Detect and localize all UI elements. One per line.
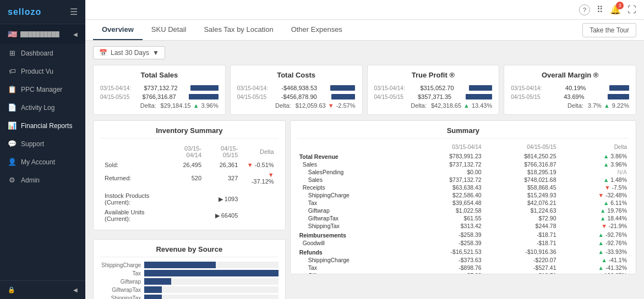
sidebar-item-ppc-manager[interactable]: 📋PPC Manager [0,80,85,98]
summary-card-3: Overall Margin ® 03/15-04/14: 40.19% 04/… [504,65,636,115]
bar-0-1 [190,85,219,91]
revenue-bar-label: GiftwrapTax [100,287,144,293]
screen-icon[interactable]: ⛶ [627,5,636,15]
revenue-bar-fill [144,278,171,285]
card-delta-2: Delta: $42,318.65 ▲ 13.43% [374,102,493,109]
sum-col3: Delta [559,143,629,151]
bar-2-1 [469,85,492,91]
summary-table: 03/15-04/14 04/15-05/15 Delta Total Reve… [297,143,629,274]
sidebar-item-activity-log[interactable]: 📄Activity Log [0,98,85,117]
tab-sales-tax-by-location[interactable]: Sales Tax by Location [195,20,282,40]
sidebar-nav: ⊞Dashboard🏷Product Vu📋PPC Manager📄Activi… [0,44,85,280]
revenue-bar-label: Tax [100,270,144,276]
nav-icon-ppc-manager: 📋 [8,85,17,93]
revenue-bar-row: ShippingTax [100,295,279,299]
card-row1-2: 03/15-04/14: $315,052.70 [374,85,493,91]
revenue-bar-track [144,270,279,276]
nav-icon-product-vu: 🏷 [8,67,17,75]
sum-row: SalesPending $0.00 $18,295.19 N/A [297,168,629,176]
topbar: ? ⠿ 🔔 3 ⛶ [85,0,644,20]
bar-3-2 [608,94,629,99]
sidebar-item-support[interactable]: 💬Support [0,135,85,153]
help-icon[interactable]: ? [579,4,590,15]
tab-sku-detail[interactable]: SKU Detail [143,20,195,40]
sidebar-user: 🇺🇸 ██████████ ◀ [0,24,85,44]
summary-card-1: Total Costs 03/15-04/14: -$468,938.53 04… [230,65,363,115]
sum-row: Sales $737,132.72 $766,316.87 ▲ 3.96% [297,160,629,168]
sum-row: ShippingCharge -$373.63 -$220.07 ▲ -41.1… [297,256,629,264]
revenue-bar-label: ShippingTax [100,295,144,300]
chevron-down-icon: ▼ [152,49,159,57]
lock-icon: 🔒 [8,286,15,294]
revenue-bar-row: Giftwrap [100,278,279,285]
sidebar-item-my-account[interactable]: 👤My Account [0,153,85,171]
nav-label-dashboard: Dashboard [21,49,53,57]
sidebar-expand-icon[interactable]: ◀ [73,287,78,293]
sidebar-collapse-icon[interactable]: ◀ [73,31,78,37]
tabs-bar: OverviewSKU DetailSales Tax by LocationO… [85,20,644,41]
nav-icon-dashboard: ⊞ [8,49,17,57]
sum-row: Sales $737,132.72 $748,021.68 ▲ 1.48% [297,176,629,184]
nav-label-financial-reports: Financial Reports [21,122,72,130]
nav-label-activity-log: Activity Log [21,104,54,112]
sum-row: ShippingCharge $22,586.40 $15,249.93 ▼ -… [297,191,629,199]
sidebar-bottom: 🔒 ◀ [0,280,85,299]
user-flag: 🇺🇸 [8,30,17,38]
revenue-bar-row: Tax [100,270,279,276]
sidebar-item-dashboard[interactable]: ⊞Dashboard [0,44,85,62]
grid-menu-icon[interactable]: ⠿ [597,4,603,15]
summary-title: Summary [297,126,629,139]
nav-label-ppc-manager: PPC Manager [21,86,62,93]
calendar-icon: 📅 [99,49,107,57]
tab-overview[interactable]: Overview [93,20,143,40]
card-title-1: Total Costs [237,71,356,79]
sum-row: Reimbursements -$258.39 -$18.71 ▲ -92.76… [297,230,629,239]
inv-row: Returned: 520 327 ▼ -37.12% [101,170,277,186]
nav-icon-activity-log: 📄 [8,103,17,112]
lower-section: Inventory Summary 03/15-04/14 04/15-05/1… [93,120,636,299]
sidebar-item-financial-reports[interactable]: 📊Financial Reports [0,117,85,135]
sum-row: Refunds -$16,521.53 -$10,916.36 ▲ -33.93… [297,247,629,256]
hamburger-icon[interactable]: ☰ [70,7,78,17]
card-row2-3: 04/15-05/15 43.69% [511,93,629,100]
inv-col3: Delta [242,144,277,159]
revenue-bar-track [144,295,279,299]
inv-col-label [101,144,168,159]
card-row2-0: 04/15-05/15 $766,316.87 [100,93,219,100]
inv-col2: 04/15-05/15 [206,144,241,159]
revenue-panel: Revenue by Source ShippingCharge Tax Gif… [93,239,286,299]
inv-row: Sold: 26,495 26,361 ▼ -0.51% [101,160,277,169]
notification-count: 3 [616,2,624,9]
sum-row: ShippingTax $313.42 $244.78 ▼ -21.9% [297,222,629,230]
sidebar-item-product-vu[interactable]: 🏷Product Vu [0,62,85,80]
date-filter[interactable]: 📅 Last 30 Days ▼ [93,46,165,59]
card-row2-1: 04/15-05/15 -$456,878.90 [237,93,356,100]
card-row1-3: 03/15-04/14: 40.19% [511,85,629,91]
nav-icon-admin: ⚙ [8,176,17,184]
sum-row: Tax -$898.76 -$527.41 ▲ -41.32% [297,264,629,272]
sidebar-item-admin[interactable]: ⚙Admin [0,171,85,189]
card-title-3: Overall Margin ® [511,71,629,79]
sum-row: GiftwrapTax $61.55 $72.90 ▲ 18.44% [297,214,629,222]
bar-1-1 [330,85,355,91]
nav-icon-financial-reports: 📊 [8,121,17,130]
nav-label-my-account: My Account [21,158,55,166]
revenue-title: Revenue by Source [100,245,279,257]
nav-icon-my-account: 👤 [8,158,17,166]
sum-row: Giftwrap -$7.98 -$18.71 ▼ 106.27% [297,272,629,274]
revenue-bar-label: ShippingCharge [100,262,144,268]
sum-row: Tax $39,654.48 $42,076.21 ▲ 6.11% [297,199,629,207]
sum-row: Goodwill -$258.39 -$18.71 ▲ -92.76% [297,239,629,247]
notification-bell[interactable]: 🔔 3 [610,4,621,15]
tab-other-expenses[interactable]: Other Expenses [282,20,351,40]
revenue-bar-track [144,286,279,293]
revenue-bars: ShippingCharge Tax Giftwrap GiftwrapTax … [100,262,279,299]
summary-panel: Summary 03/15-04/14 04/15-05/15 Delta To… [290,120,636,274]
sidebar-logo-area: sellozo ☰ [0,0,85,24]
sum-row: Receipts $63,638.43 $58,868.45 ▼ -7.5% [297,184,629,191]
date-filter-label: Last 30 Days [111,49,149,57]
tour-button[interactable]: Take the Tour [582,23,636,37]
bar-0-2 [189,94,219,99]
inv-row2: Available Units (Current): ▶ 66405 [101,208,277,223]
revenue-bar-track [144,278,279,285]
